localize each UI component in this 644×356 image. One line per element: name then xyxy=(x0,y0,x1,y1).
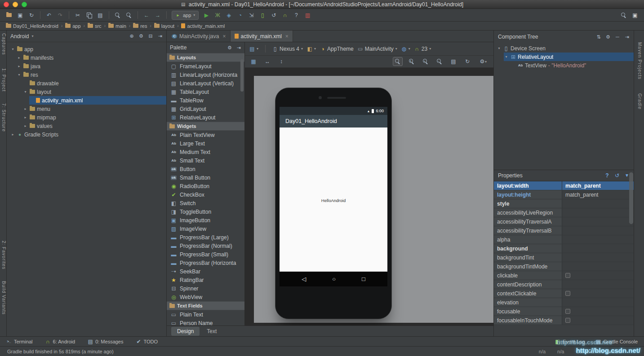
cut-button[interactable]: ✂ xyxy=(72,10,83,20)
palette-item-radiobutton[interactable]: ◉RadioButton xyxy=(167,182,244,190)
zoom-actual-button[interactable]: 1 xyxy=(407,57,417,66)
tool-button-0-messages[interactable]: ▤0: Messages xyxy=(88,339,123,344)
hide-panel-icon[interactable]: ⇥ xyxy=(157,34,163,39)
design-settings-button[interactable]: ⚙▾ xyxy=(476,57,490,66)
property-row-focusableintouchmode[interactable]: focusableInTouchMode xyxy=(494,316,634,325)
palette-item-person-name[interactable]: ▭Person Name xyxy=(167,319,244,325)
project-tree-item-manifests[interactable]: ▸manifests xyxy=(7,53,166,62)
zoom-window-button[interactable] xyxy=(22,2,27,7)
palette-item-progressbar-horizonta[interactable]: ▬ProgressBar (Horizonta xyxy=(167,259,244,267)
palette-item-spinner[interactable]: ⊟Spinner xyxy=(167,284,244,293)
property-value[interactable] xyxy=(562,208,634,217)
palette-item-relativelayout[interactable]: ⊞RelativeLayout xyxy=(167,113,244,122)
back-button[interactable]: ← xyxy=(141,10,152,20)
project-view-selector[interactable]: Android xyxy=(10,33,29,40)
project-tree-item-menu[interactable]: ▸menu xyxy=(7,105,166,113)
tool-tab-2-favorites[interactable]: 2: Favorites xyxy=(0,241,6,269)
api-version-select[interactable]: ∩ 23 ▾ xyxy=(414,46,431,52)
mode-tab-text[interactable]: Text xyxy=(201,327,222,336)
property-row-alpha[interactable]: alpha xyxy=(494,235,634,244)
palette-item-medium-text[interactable]: AbMedium Text xyxy=(167,148,244,156)
zoom-in-button[interactable]: + xyxy=(421,57,431,66)
tool-button-6-android[interactable]: ∩6: Android xyxy=(45,339,76,344)
palette-section-text-fields[interactable]: Text Fields xyxy=(167,301,244,310)
run-button[interactable]: ▶ xyxy=(201,10,212,20)
configuration-select[interactable]: ▤ ▾ xyxy=(249,46,258,52)
property-row-style[interactable]: style xyxy=(494,199,634,208)
chevron-right-icon[interactable]: ▸ xyxy=(10,132,15,136)
properties-scrollbar[interactable] xyxy=(629,172,633,224)
property-value[interactable] xyxy=(562,316,634,325)
property-value[interactable] xyxy=(562,199,634,208)
orientation-select[interactable]: ◧ ▾ xyxy=(307,46,316,52)
theme-select[interactable]: ◑ AppTheme xyxy=(320,46,354,52)
activity-select[interactable]: ▭ MainActivity ▾ xyxy=(358,46,397,52)
match-width-button[interactable]: ↔ xyxy=(262,57,272,66)
hide-panel-icon[interactable]: ⇥ xyxy=(624,35,630,40)
close-window-button[interactable] xyxy=(4,2,9,7)
property-value[interactable] xyxy=(562,253,634,262)
nav-back-icon[interactable]: ◁ xyxy=(302,276,306,282)
redo-button[interactable]: ↷ xyxy=(55,10,66,20)
property-value[interactable] xyxy=(562,271,634,280)
nav-home-icon[interactable]: ○ xyxy=(332,276,336,282)
chevron-right-icon[interactable]: ▸ xyxy=(23,124,28,128)
property-row-contentdescription[interactable]: contentDescription xyxy=(494,280,634,289)
breadcrumb-item-day01-helloandroid[interactable]: Day01_HelloAndroid xyxy=(4,23,60,29)
palette-item-checkbox[interactable]: ✔CheckBox xyxy=(167,190,244,199)
property-value[interactable] xyxy=(562,307,634,316)
refresh-layout-button[interactable]: ↻ xyxy=(462,57,472,66)
property-value[interactable] xyxy=(562,262,634,271)
chevron-down-icon[interactable]: ▾ xyxy=(10,47,15,51)
design-surface[interactable]: ▲ 6:00 Day01_HelloAndroid HelloAndroid xyxy=(254,76,493,323)
palette-item-button[interactable]: okButton xyxy=(167,165,244,173)
chevron-right-icon[interactable]: ▸ xyxy=(23,115,28,119)
property-row-layout-width[interactable]: layout:widthmatch_parent xyxy=(494,181,634,190)
palette-item-switch[interactable]: ◧Switch xyxy=(167,199,244,207)
palette-item-progressbar-normal[interactable]: ▬ProgressBar (Normal) xyxy=(167,242,244,250)
property-value[interactable] xyxy=(562,217,634,226)
tool-tab-captures[interactable]: Captures xyxy=(0,33,6,55)
mode-tab-design[interactable]: Design xyxy=(171,327,200,336)
breadcrumb-item-activity-main-xml[interactable]: activity_main.xml xyxy=(180,23,226,29)
property-row-backgroundtint[interactable]: backgroundTint xyxy=(494,253,634,262)
chevron-down-icon[interactable]: ▾ xyxy=(504,55,509,59)
palette-item-framelayout[interactable]: ▢FrameLayout xyxy=(167,62,244,70)
locale-select[interactable]: ◍ ▾ xyxy=(401,46,410,52)
chevron-right-icon[interactable]: ▸ xyxy=(23,107,28,111)
palette-item-progressbar-large[interactable]: ▬ProgressBar (Large) xyxy=(167,233,244,242)
palette-item-tablerow[interactable]: ▬TableRow xyxy=(167,96,244,105)
gear-icon[interactable]: ⚙ xyxy=(605,35,611,40)
palette-item-seekbar[interactable]: ─●SeekBar xyxy=(167,267,244,276)
breadcrumb-item-src[interactable]: src xyxy=(86,23,103,29)
tool-tab-gradle[interactable]: Gradle xyxy=(636,93,642,110)
palette-scrollbar[interactable] xyxy=(240,59,244,92)
avd-manager-button[interactable]: ▯ xyxy=(257,10,268,20)
palette-item-linearlayout-vertical[interactable]: ▤LinearLayout (Vertical) xyxy=(167,79,244,88)
property-value[interactable] xyxy=(562,226,634,235)
palette-item-small-text[interactable]: AbSmall Text xyxy=(167,156,244,165)
checkbox[interactable] xyxy=(565,309,570,314)
palette-item-small-button[interactable]: okSmall Button xyxy=(167,173,244,182)
property-row-accessibilityliveregion[interactable]: accessibilityLiveRegion xyxy=(494,208,634,217)
breadcrumb-item-layout[interactable]: layout xyxy=(153,23,176,29)
component-tree-item-relativelayout[interactable]: ▾⊞RelativeLayout xyxy=(494,53,634,61)
tool-tab-7-structure[interactable]: 7: Structure xyxy=(0,103,6,132)
palette-item-progressbar-small[interactable]: ▬ProgressBar (Small) xyxy=(167,250,244,259)
sort-icon[interactable]: ⇅ xyxy=(596,35,601,40)
avatar-button[interactable]: ▣ xyxy=(630,10,640,20)
device-screen[interactable]: ▲ 6:00 Day01_HelloAndroid HelloAndroid xyxy=(280,107,387,286)
property-row-backgroundtintmode[interactable]: backgroundTintMode xyxy=(494,262,634,271)
project-tree-item-gradle-scripts[interactable]: ▸●Gradle Scripts xyxy=(7,130,166,139)
locate-icon[interactable]: ⊕ xyxy=(129,34,134,39)
palette-item-togglebutton[interactable]: ◨ToggleButton xyxy=(167,207,244,216)
project-tree-item-mipmap[interactable]: ▸mipmap xyxy=(7,113,166,122)
palette-item-webview[interactable]: ◎WebView xyxy=(167,293,244,301)
palette-item-tablelayout[interactable]: ▦TableLayout xyxy=(167,88,244,96)
project-tree-item-app[interactable]: ▾app xyxy=(7,45,166,53)
pan-surface-button[interactable]: ▦ xyxy=(249,57,258,66)
project-tree-item-values[interactable]: ▸values xyxy=(7,122,166,130)
palette-item-plain-textview[interactable]: AbPlain TextView xyxy=(167,131,244,139)
property-value[interactable]: match_parent xyxy=(562,181,634,190)
palette-item-linearlayout-horizonta[interactable]: ▥LinearLayout (Horizonta xyxy=(167,70,244,79)
